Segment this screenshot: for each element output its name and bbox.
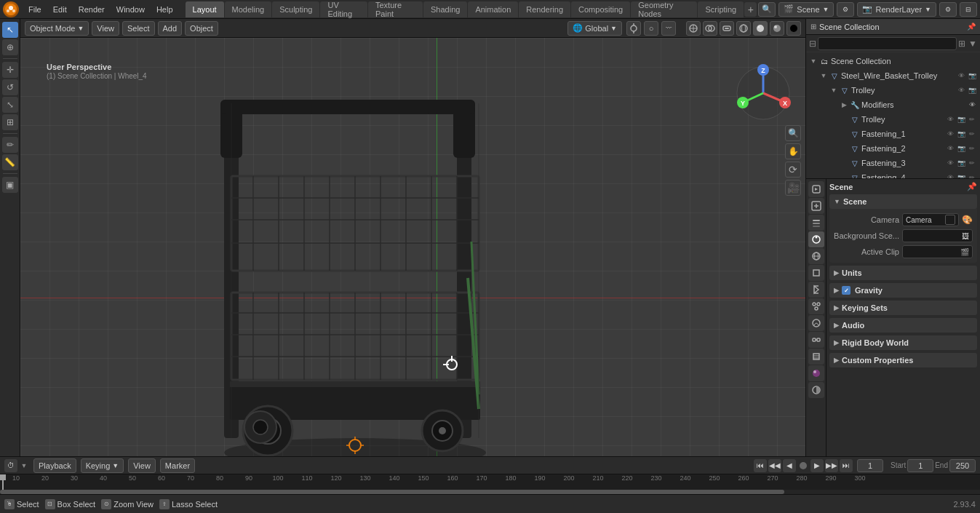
outliner-item-scene-collection[interactable]: ▼ 🗂 Scene Collection bbox=[806, 54, 980, 68]
solid-mode-button[interactable] bbox=[753, 21, 768, 36]
annotate-tool-button[interactable]: ✏ bbox=[2, 137, 18, 153]
global-search-button[interactable]: 🔍 bbox=[758, 2, 776, 17]
outliner-search-input[interactable] bbox=[818, 37, 957, 50]
visibility-icon[interactable]: 👁 bbox=[945, 143, 955, 154]
marker-menu-button[interactable]: Marker bbox=[160, 458, 195, 473]
render-icon[interactable]: 📷 bbox=[956, 143, 966, 154]
xray-toggle-button[interactable] bbox=[720, 21, 734, 36]
outliner-item-steel-wire[interactable]: ▼ ▽ Steel_Wire_Basket_Trolley 👁 📷 bbox=[816, 68, 980, 83]
shading-tab[interactable] bbox=[808, 382, 824, 398]
jump-start-button[interactable]: ⏮ bbox=[754, 459, 767, 472]
material-tab[interactable] bbox=[808, 365, 824, 381]
edit-icon[interactable]: ✏ bbox=[967, 143, 977, 154]
timeline-type-button[interactable]: ⏱ bbox=[4, 459, 17, 472]
tab-scripting[interactable]: Scripting bbox=[698, 1, 744, 17]
jump-end-button[interactable]: ⏭ bbox=[840, 459, 853, 472]
keying-menu-button[interactable]: Keying ▼ bbox=[81, 458, 124, 473]
modifier-props-tab[interactable] bbox=[808, 282, 824, 298]
current-frame-input[interactable]: 1 bbox=[857, 459, 883, 472]
gravity-header[interactable]: ▶ ✓ Gravity bbox=[829, 283, 977, 298]
cursor-tool-button[interactable]: ⊕ bbox=[2, 39, 18, 55]
step-forward-button[interactable]: ▶ bbox=[810, 459, 824, 472]
object-mode-button[interactable]: Object Mode ▼ bbox=[25, 21, 89, 36]
tab-uv-editing[interactable]: UV Editing bbox=[320, 1, 367, 17]
wireframe-mode-button[interactable] bbox=[736, 21, 751, 36]
tab-modeling[interactable]: Modeling bbox=[225, 1, 272, 17]
tab-sculpting[interactable]: Sculpting bbox=[272, 1, 319, 17]
overlay-toggle-button[interactable] bbox=[703, 21, 717, 36]
tab-rendering[interactable]: Rendering bbox=[519, 1, 570, 17]
jump-prev-keyframe-button[interactable]: ◀◀ bbox=[768, 459, 781, 472]
view-menu-button[interactable]: View bbox=[92, 21, 119, 36]
view-pan-button[interactable]: ✋ bbox=[785, 143, 801, 159]
view-layer-tab[interactable] bbox=[808, 215, 824, 231]
output-props-tab[interactable] bbox=[808, 198, 824, 214]
gravity-checkbox[interactable]: ✓ bbox=[842, 286, 850, 295]
transform-orientation-button[interactable]: 🌐 Global ▼ bbox=[567, 21, 622, 36]
camera-value-button[interactable]: Camera bbox=[902, 213, 959, 226]
tab-shading[interactable]: Shading bbox=[423, 1, 467, 17]
render-layer-options-button[interactable]: ⚙ bbox=[939, 2, 957, 17]
scale-tool-button[interactable]: ⤡ bbox=[2, 97, 18, 113]
scene-selector[interactable]: 🎬 Scene ▼ bbox=[778, 2, 834, 17]
render-layer-selector[interactable]: 📷 RenderLayer ▼ bbox=[857, 2, 936, 17]
timeline-ruler[interactable]: 10 20 30 40 50 60 70 80 90 100 110 120 1… bbox=[0, 474, 980, 494]
add-cube-button[interactable]: ▣ bbox=[2, 177, 18, 193]
add-menu-button[interactable]: Add bbox=[158, 21, 183, 36]
tab-texture-paint[interactable]: Texture Paint bbox=[368, 1, 423, 17]
menu-window[interactable]: Window bbox=[111, 2, 150, 17]
viewport-area[interactable]: Object Mode ▼ View Select Add Object bbox=[20, 19, 805, 456]
keying-sets-header[interactable]: ▶ Keying Sets bbox=[829, 301, 977, 315]
filter-button[interactable]: ⊟ bbox=[960, 2, 977, 17]
render-icon[interactable]: 📷 bbox=[956, 172, 966, 179]
object-menu-button[interactable]: Object bbox=[185, 21, 218, 36]
proportional-type-button[interactable]: 〰 bbox=[661, 21, 676, 36]
rigid-body-header[interactable]: ▶ Rigid Body World bbox=[829, 335, 977, 350]
proportional-edit-button[interactable]: ○ bbox=[644, 21, 658, 36]
viewport-canvas[interactable]: User Perspective (1) Scene Collection | … bbox=[20, 38, 805, 456]
menu-file[interactable]: File bbox=[23, 2, 47, 17]
select-menu-button[interactable]: Select bbox=[122, 21, 155, 36]
record-button[interactable] bbox=[800, 462, 807, 469]
camera-eyedropper-icon[interactable]: 🎨 bbox=[962, 215, 973, 225]
render-props-tab[interactable] bbox=[808, 181, 824, 197]
timeline-dropdown-icon[interactable]: ▼ bbox=[19, 461, 29, 471]
material-preview-button[interactable] bbox=[770, 21, 784, 36]
edit-icon[interactable]: ✏ bbox=[967, 172, 977, 179]
background-value-button[interactable]: 🖼 bbox=[902, 229, 973, 242]
custom-props-header[interactable]: ▶ Custom Properties bbox=[829, 353, 977, 367]
tab-geometry-nodes[interactable]: Geometry Nodes bbox=[631, 1, 697, 17]
visibility-icon[interactable]: 👁 bbox=[945, 129, 955, 139]
visibility-icon[interactable]: 👁 bbox=[956, 85, 966, 95]
add-workspace-button[interactable]: + bbox=[744, 2, 757, 17]
render-icon[interactable]: 📷 bbox=[967, 71, 977, 81]
view-rotate-button[interactable]: ⟳ bbox=[785, 162, 801, 178]
render-icon[interactable]: 📷 bbox=[956, 114, 966, 124]
outliner-item-fastening-4[interactable]: ▶ ▽ Fastening_4 👁 📷 ✏ bbox=[837, 170, 980, 179]
playback-menu-button[interactable]: Playback bbox=[33, 458, 76, 473]
edit-icon[interactable]: ✏ bbox=[967, 129, 977, 139]
end-frame-input[interactable]: 250 bbox=[949, 459, 976, 472]
jump-next-keyframe-button[interactable]: ▶▶ bbox=[825, 459, 838, 472]
menu-render[interactable]: Render bbox=[73, 2, 110, 17]
tab-compositing[interactable]: Compositing bbox=[571, 1, 630, 17]
tab-layout[interactable]: Layout bbox=[186, 1, 224, 17]
camera-view-button[interactable]: 🎥 bbox=[785, 180, 801, 196]
eye-icon[interactable]: 👁 bbox=[967, 100, 977, 110]
object-props-tab[interactable] bbox=[808, 265, 824, 281]
audio-header[interactable]: ▶ Audio bbox=[829, 318, 977, 333]
rendered-mode-button[interactable] bbox=[786, 21, 801, 36]
edit-icon[interactable]: ✏ bbox=[967, 158, 977, 168]
view-zoom-button[interactable]: 🔍 bbox=[785, 125, 801, 141]
visibility-icon[interactable]: 👁 bbox=[945, 114, 955, 124]
render-icon[interactable]: 📷 bbox=[967, 85, 977, 95]
menu-help[interactable]: Help bbox=[151, 2, 178, 17]
outliner-item-trolley-obj[interactable]: ▶ ▽ Trolley 👁 📷 ✏ bbox=[837, 112, 980, 127]
scene-props-tab[interactable] bbox=[808, 231, 824, 247]
step-back-button[interactable]: ◀ bbox=[783, 459, 796, 472]
visibility-icon[interactable]: 👁 bbox=[956, 71, 966, 81]
view-menu-button-tl[interactable]: View bbox=[128, 458, 156, 473]
visibility-icon[interactable]: 👁 bbox=[945, 172, 955, 179]
outliner-item-fastening-1[interactable]: ▶ ▽ Fastening_1 👁 📷 ✏ bbox=[837, 127, 980, 141]
rotate-tool-button[interactable]: ↺ bbox=[2, 79, 18, 95]
